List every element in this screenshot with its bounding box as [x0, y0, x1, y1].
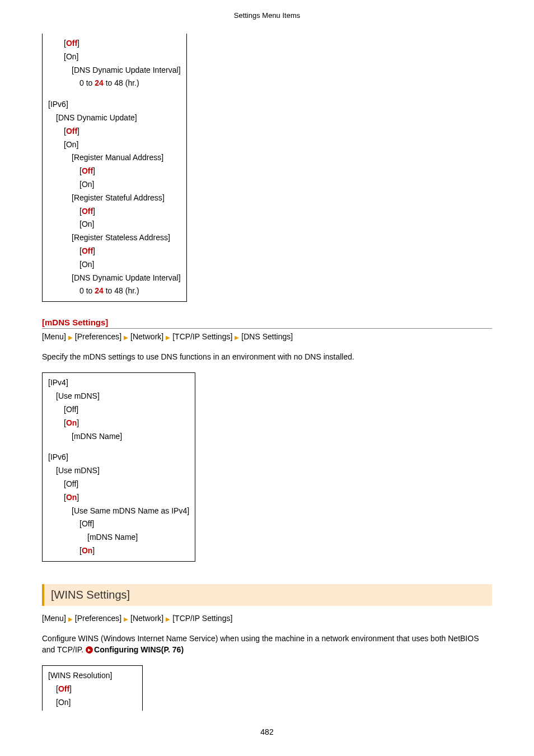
wins-section-heading: [WINS Settings] [42, 584, 492, 606]
settings-box-mdns: [IPv4] [Use mDNS] [Off] [On] [mDNS Name]… [42, 372, 195, 561]
settings-box-dns: [Off] [On] [DNS Dynamic Update Interval]… [42, 34, 187, 302]
mdns-heading: [mDNS Settings] [42, 318, 492, 329]
link-icon[interactable] [86, 646, 93, 654]
breadcrumb-wins: [Menu]▶[Preferences]▶[Network]▶[TCP/IP S… [42, 614, 492, 623]
running-header: Settings Menu Items [42, 11, 492, 20]
wins-link[interactable]: Configuring WINS(P. 76) [94, 645, 184, 654]
mdns-description: Specify the mDNS settings to use DNS fun… [42, 351, 492, 362]
page-number: 482 [42, 727, 492, 736]
breadcrumb-mdns: [Menu]▶[Preferences]▶[Network]▶[TCP/IP S… [42, 332, 492, 341]
wins-description: Configure WINS (Windows Internet Name Se… [42, 633, 492, 656]
settings-box-wins: [WINS Resolution] [Off] [On] [42, 665, 143, 710]
